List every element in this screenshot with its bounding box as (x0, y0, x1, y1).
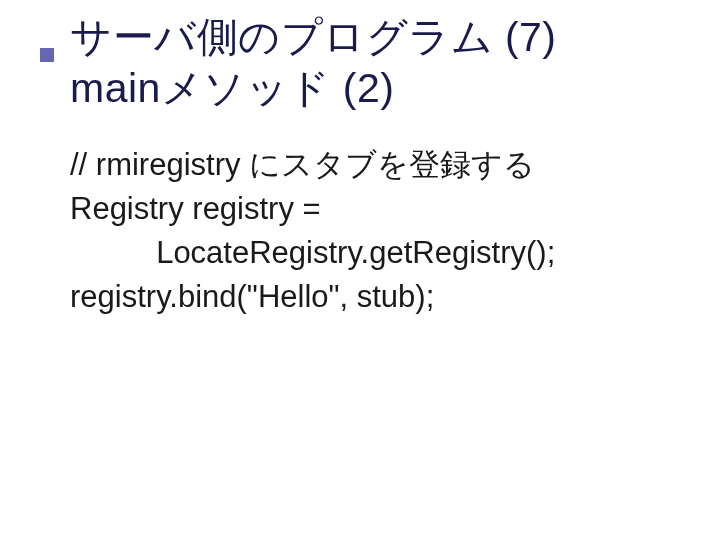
title-block: サーバ側のプログラム (7) mainメソッド (2) (40, 12, 680, 115)
code-line-4: registry.bind("Hello", stub); (70, 275, 680, 319)
code-block: // rmiregistry にスタブを登録する Registry regist… (40, 143, 680, 319)
title-line-2: mainメソッド (2) (70, 63, 680, 114)
title-bullet-icon (40, 48, 54, 62)
title-line-1: サーバ側のプログラム (7) (70, 12, 680, 63)
code-line-1: // rmiregistry にスタブを登録する (70, 143, 680, 187)
slide-title: サーバ側のプログラム (7) mainメソッド (2) (70, 12, 680, 115)
slide-container: サーバ側のプログラム (7) mainメソッド (2) // rmiregist… (0, 0, 720, 319)
code-line-3: LocateRegistry.getRegistry(); (70, 231, 680, 275)
code-line-2: Registry registry = (70, 187, 680, 231)
